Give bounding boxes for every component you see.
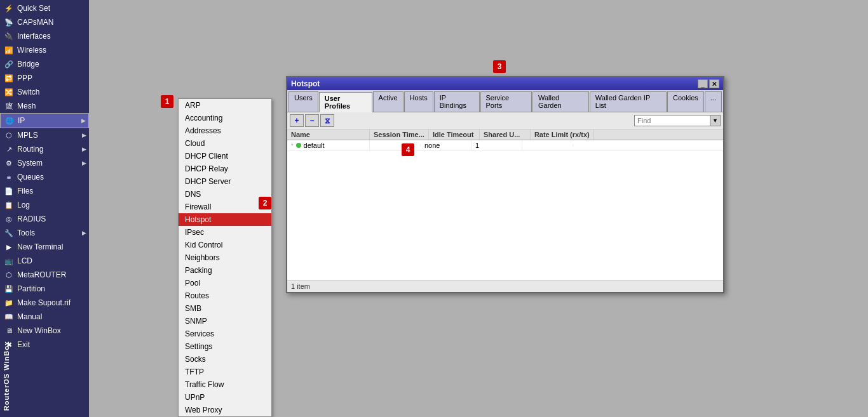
submenu-item-packing[interactable]: Packing	[179, 264, 271, 277]
sidebar-item-make-supout.rif[interactable]: 📁 Make Supout.rif	[0, 296, 89, 310]
sidebar-item-ip[interactable]: 🌐 IP ▶	[0, 113, 89, 128]
table-row[interactable]: * default none 1	[287, 140, 723, 151]
sidebar-icon: 💾	[4, 284, 14, 294]
row-marker: *	[291, 142, 294, 149]
sidebar-icon: 📋	[4, 200, 14, 210]
submenu-item-accounting[interactable]: Accounting	[179, 112, 271, 124]
tab-cookies[interactable]: Cookies	[667, 91, 704, 112]
sidebar-item-routing[interactable]: ↗ Routing ▶	[0, 142, 89, 156]
submenu-item-addresses[interactable]: Addresses	[179, 124, 271, 137]
tab-active[interactable]: Active	[373, 91, 403, 112]
submenu-item-cloud[interactable]: Cloud	[179, 137, 271, 150]
sidebar-item-new-winbox[interactable]: 🖥 New WinBox	[0, 324, 89, 338]
tab-user-profiles[interactable]: User Profiles	[319, 92, 372, 112]
filter-button[interactable]: ⧖	[320, 114, 334, 127]
sidebar-label: Wireless	[17, 46, 46, 55]
submenu-item-web-proxy[interactable]: Web Proxy	[179, 404, 271, 416]
sidebar-icon: ↗	[4, 144, 14, 154]
submenu-item-routes[interactable]: Routes	[179, 289, 271, 302]
tab-users[interactable]: Users	[288, 91, 318, 112]
sidebar-label: Files	[17, 187, 33, 195]
submenu-item-ipsec[interactable]: IPsec	[179, 226, 271, 239]
search-input[interactable]	[634, 115, 710, 126]
submenu-item-services[interactable]: Services	[179, 328, 271, 340]
sidebar-item-wireless[interactable]: 📶 Wireless	[0, 43, 89, 57]
sidebar-icon: 📡	[4, 17, 14, 27]
table-body: * default none 1	[287, 140, 723, 280]
submenu-item-pool[interactable]: Pool	[179, 277, 271, 289]
sidebar-item-radius[interactable]: ◎ RADIUS	[0, 212, 89, 226]
annotation-1: 1	[161, 95, 173, 108]
submenu-item-dhcp-relay[interactable]: DHCP Relay	[179, 162, 271, 175]
tab-ip-bindings[interactable]: IP Bindings	[434, 91, 480, 112]
sidebar-icon: ⬡	[4, 130, 14, 140]
sidebar-item-files[interactable]: 📄 Files	[0, 184, 89, 198]
table-column-name[interactable]: Name	[287, 129, 370, 140]
status-bar: 1 item	[287, 280, 723, 292]
sidebar-item-mpls[interactable]: ⬡ MPLS ▶	[0, 128, 89, 142]
submenu-item-neighbors[interactable]: Neighbors	[179, 251, 271, 264]
sidebar-item-ppp[interactable]: 🔁 PPP	[0, 71, 89, 85]
submenu-item-smb[interactable]: SMB	[179, 302, 271, 315]
sidebar-item-queues[interactable]: ≡ Queues	[0, 170, 89, 184]
tab-walled-garden[interactable]: Walled Garden	[532, 91, 589, 112]
sidebar-label: Partition	[17, 284, 45, 293]
search-dropdown-button[interactable]: ▼	[710, 115, 721, 126]
tab-service-ports[interactable]: Service Ports	[480, 91, 532, 112]
sidebar-item-bridge[interactable]: 🔗 Bridge	[0, 57, 89, 71]
expand-arrow: ▶	[82, 160, 86, 166]
sidebar-item-new-terminal[interactable]: ▶ New Terminal	[0, 240, 89, 254]
table-column-idle-timeout: Idle Timeout	[429, 129, 480, 140]
sidebar-item-capsman[interactable]: 📡 CAPsMAN	[0, 15, 89, 29]
submenu-item-kid-control[interactable]: Kid Control	[179, 239, 271, 251]
tab-hosts[interactable]: Hosts	[404, 91, 433, 112]
submenu-item-traffic-flow[interactable]: Traffic Flow	[179, 378, 271, 391]
sidebar-icon: ≡	[4, 172, 14, 182]
submenu-item-dhcp-client[interactable]: DHCP Client	[179, 150, 271, 162]
sidebar-item-interfaces[interactable]: 🔌 Interfaces	[0, 29, 89, 43]
submenu-item-settings[interactable]: Settings	[179, 340, 271, 353]
sidebar-item-quick-set[interactable]: ⚡ Quick Set	[0, 1, 89, 15]
table-area: NameSession Time...Idle TimeoutShared U.…	[287, 129, 723, 280]
submenu-item-snmp[interactable]: SNMP	[179, 315, 271, 328]
tab-walled-garden-ip-list[interactable]: Walled Garden IP List	[590, 91, 667, 112]
sidebar-label: System	[17, 159, 43, 168]
sidebar: ⚡ Quick Set 📡 CAPsMAN 🔌 Interfaces 📶 Wir…	[0, 0, 89, 417]
active-indicator	[296, 143, 301, 148]
sidebar-item-system[interactable]: ⚙ System ▶	[0, 156, 89, 170]
sidebar-icon: 🌐	[4, 116, 15, 126]
sidebar-label: Switch	[17, 88, 39, 96]
sidebar-icon: 📁	[4, 298, 14, 308]
submenu-item-dns[interactable]: DNS	[179, 188, 271, 201]
sidebar-item-log[interactable]: 📋 Log	[0, 198, 89, 212]
sidebar-item-manual[interactable]: 📖 Manual	[0, 310, 89, 324]
sidebar-item-metarouter[interactable]: ⬡ MetaROUTER	[0, 268, 89, 282]
expand-arrow: ▶	[82, 146, 86, 152]
cell-idle-timeout: none	[421, 140, 471, 150]
sidebar-item-tools[interactable]: 🔧 Tools ▶	[0, 226, 89, 240]
sidebar-item-lcd[interactable]: 📺 LCD	[0, 254, 89, 268]
annotation-3: 3	[493, 60, 506, 73]
sidebar-item-exit[interactable]: ✖ Exit	[0, 338, 89, 352]
close-button[interactable]: ✕	[709, 79, 719, 88]
sidebar-label: New Terminal	[17, 242, 63, 251]
minimize-button[interactable]: _	[698, 79, 708, 88]
sidebar-icon: 📺	[4, 256, 14, 266]
add-button[interactable]: +	[290, 114, 304, 127]
sidebar-item-switch[interactable]: 🔀 Switch	[0, 85, 89, 99]
submenu-item-arp[interactable]: ARP	[179, 99, 271, 112]
submenu-item-hotspot[interactable]: Hotspot	[179, 213, 271, 226]
sidebar-icon: ⬡	[4, 270, 14, 280]
submenu-item-dhcp-server[interactable]: DHCP Server	[179, 175, 271, 188]
sidebar-item-partition[interactable]: 💾 Partition	[0, 282, 89, 296]
status-text: 1 item	[291, 282, 310, 290]
submenu-item-tftp[interactable]: TFTP	[179, 366, 271, 378]
submenu-item-upnp[interactable]: UPnP	[179, 391, 271, 404]
table-column-rate-limit-rx-tx-: Rate Limit (rx/tx)	[531, 129, 594, 140]
remove-button[interactable]: −	[305, 114, 319, 127]
tab-...[interactable]: ...	[705, 91, 722, 112]
sidebar-label: PPP	[17, 74, 32, 83]
submenu-item-socks[interactable]: Socks	[179, 353, 271, 366]
submenu-item-firewall[interactable]: Firewall	[179, 201, 271, 213]
sidebar-item-mesh[interactable]: 🕸 Mesh	[0, 99, 89, 113]
